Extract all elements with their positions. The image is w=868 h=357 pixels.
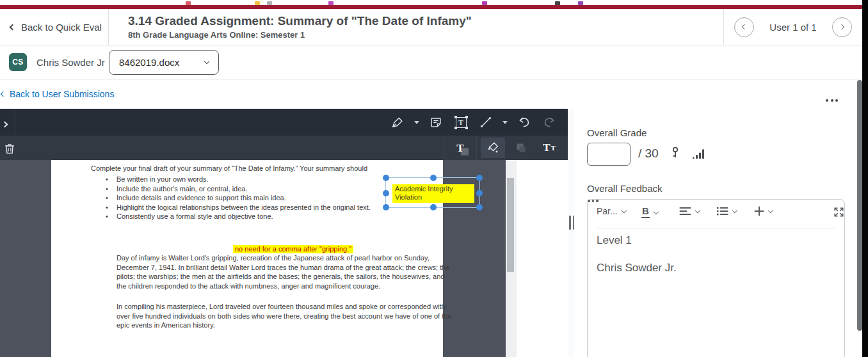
user-pager-label: User 1 of 1: [769, 22, 816, 33]
overall-grade-label: Overall Grade: [587, 127, 647, 138]
fill-color-icon[interactable]: [481, 138, 505, 158]
chevron-down-icon: [732, 208, 737, 213]
editor-toolbar-divider: [596, 228, 836, 228]
submission-row: CS Chris Sowder Jr 8462019.docx: [0, 45, 862, 80]
submission-file-select[interactable]: 8462019.docx: [109, 50, 219, 75]
back-to-quick-eval-button[interactable]: Back to Quick Eval: [0, 9, 109, 45]
textbox-icon[interactable]: T: [453, 113, 469, 132]
document-area: Complete your final draft of your summar…: [0, 160, 568, 357]
course-subtitle: 8th Grade Language Arts Online: Semester…: [128, 30, 723, 40]
grade-input[interactable]: [587, 143, 631, 166]
previous-user-button[interactable]: [734, 17, 754, 37]
grade-out-of: / 30: [638, 147, 659, 161]
text-style-toolbar: T TT: [0, 136, 568, 160]
chevron-down-icon: [695, 208, 700, 213]
screen: Back to Quick Eval 3.14 Graded Assignmen…: [0, 0, 868, 357]
textbox-letter: T: [458, 118, 463, 126]
selection-handle[interactable]: [476, 175, 483, 181]
editor-toolbar: Par... B: [588, 200, 844, 225]
document-paragraphs: Day of infamy is Walter Lord's gripping,…: [117, 253, 454, 341]
toolbar-divider: [15, 109, 15, 136]
toolbar-divider: [476, 136, 477, 160]
sticky-note-annotation[interactable]: Academic Integrity Violation: [392, 184, 474, 203]
bold-icon: B: [641, 206, 650, 218]
back-to-user-submissions-link[interactable]: Back to User Submissions: [1, 89, 114, 99]
back-to-quick-eval-label: Back to Quick Eval: [21, 22, 102, 33]
chevron-down-icon: [622, 208, 627, 213]
bold-dropdown[interactable]: B: [641, 206, 657, 218]
font-size-icon[interactable]: TT: [537, 138, 561, 158]
pen-icon[interactable]: [389, 113, 406, 132]
statistics-icon[interactable]: [692, 148, 705, 162]
document-paragraph: In compiling his masterpiece, Lord trave…: [117, 302, 454, 330]
undo-icon[interactable]: [516, 113, 533, 132]
insert-dropdown[interactable]: [754, 206, 773, 216]
inline-comment-annotation[interactable]: no need for a comma after "gripping.": [233, 245, 353, 253]
pen-options-caret[interactable]: [414, 121, 419, 124]
list-dropdown[interactable]: [716, 206, 737, 216]
document-scrollbar-thumb[interactable]: [507, 178, 514, 272]
chevron-down-icon: [204, 59, 209, 64]
expand-panel-icon[interactable]: [3, 118, 7, 129]
key-icon[interactable]: [670, 146, 680, 162]
student-name: Chris Sowder Jr: [36, 45, 105, 79]
assignment-title: 3.14 Graded Assignment: Summary of "The …: [128, 14, 723, 28]
annotation-toolbar: T: [0, 109, 568, 136]
header: Back to Quick Eval 3.14 Graded Assignmen…: [0, 9, 862, 45]
selection-handle[interactable]: [383, 204, 389, 210]
document-paragraph: Day of infamy is Walter Lord's gripping,…: [117, 253, 454, 291]
overall-feedback-label: Overall Feedback: [587, 183, 663, 194]
line-options-caret[interactable]: [502, 121, 508, 124]
trash-icon[interactable]: [1, 139, 18, 158]
title-block: 3.14 Graded Assignment: Summary of "The …: [109, 9, 723, 45]
chevron-right-icon: [2, 122, 8, 128]
redo-icon[interactable]: [541, 113, 558, 132]
selection-handle[interactable]: [430, 204, 437, 210]
panel-split-strip: [568, 109, 574, 357]
selection-handle[interactable]: [383, 175, 389, 181]
panel-resize-handle[interactable]: [569, 216, 574, 230]
feedback-line: Chris Sowder Jr.: [597, 262, 835, 274]
chevron-down-icon: [654, 209, 659, 214]
layers-icon[interactable]: [509, 138, 533, 158]
bullet-list-icon: [716, 206, 728, 216]
chevron-right-icon: [839, 24, 844, 29]
chevron-down-icon: [768, 208, 773, 213]
next-user-button[interactable]: [832, 17, 852, 37]
chevron-left-icon: [1, 91, 6, 97]
paragraph-format-label: Par...: [597, 206, 618, 216]
feedback-text-area[interactable]: Level 1Chris Sowder Jr.: [597, 234, 835, 289]
editor-more-button[interactable]: [588, 200, 844, 202]
viewer-gutter: [0, 160, 51, 357]
document-scrollbar[interactable]: [506, 160, 517, 357]
font-size-big-letter: T: [543, 141, 550, 154]
text-color-icon[interactable]: T: [448, 138, 472, 158]
text-color-letter: T: [456, 142, 463, 154]
screen-edge: [862, 0, 868, 357]
document-intro-text: Complete your final draft of your summar…: [91, 164, 367, 172]
note-icon[interactable]: [428, 113, 444, 132]
page-scrollbar-thumb[interactable]: [857, 80, 862, 331]
chevron-left-icon: [10, 24, 16, 30]
user-pager: User 1 of 1: [723, 9, 862, 45]
chevron-left-icon: [742, 24, 747, 29]
panel-overflow-button[interactable]: [826, 99, 838, 102]
alignment-dropdown[interactable]: [679, 206, 700, 216]
document-bullet-item: Consistently use a formal style and obje…: [104, 212, 443, 221]
selection-handle[interactable]: [430, 175, 437, 181]
line-tool-icon[interactable]: [478, 113, 494, 132]
document-viewer: T T: [0, 109, 568, 357]
selection-handle[interactable]: [476, 190, 483, 196]
submission-file-name: 8462019.docx: [119, 57, 179, 68]
fullscreen-icon[interactable]: [833, 206, 845, 221]
align-icon: [679, 206, 691, 216]
selection-handle[interactable]: [383, 190, 389, 196]
bookmarks-bar-sliver: [0, 0, 862, 5]
grading-panel: Overall Grade / 30 Overall Feedback Par.…: [574, 80, 857, 357]
avatar: CS: [9, 53, 27, 71]
back-to-user-submissions-label: Back to User Submissions: [10, 89, 114, 99]
paragraph-format-dropdown[interactable]: Par...: [597, 206, 625, 216]
selection-handle[interactable]: [476, 204, 483, 210]
feedback-editor: Par... B: [587, 199, 845, 357]
toolbar-divider: [444, 136, 444, 160]
